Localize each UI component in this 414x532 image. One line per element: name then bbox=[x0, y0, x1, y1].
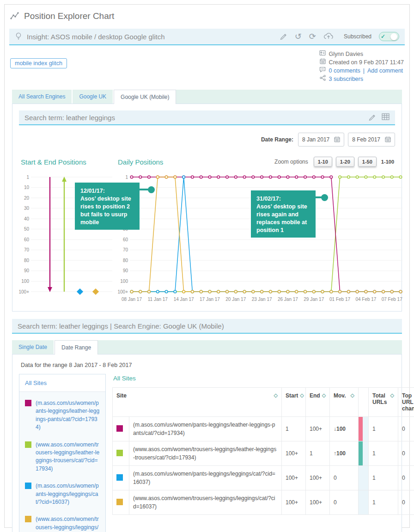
col-header-mov[interactable]: Mov.◇ bbox=[330, 388, 359, 417]
subscribed-label: Subscribed bbox=[344, 33, 371, 40]
annotation-connector-dot bbox=[148, 186, 155, 193]
zoom-options: Zoom options 1-10 1-20 1-50 1-100 bbox=[274, 157, 395, 167]
tab-all-search-engines[interactable]: All Search Engines bbox=[12, 90, 73, 104]
line-chart-icon bbox=[10, 12, 19, 21]
svg-text:01 Feb 17: 01 Feb 17 bbox=[329, 297, 350, 302]
sites-table-body: (m.asos.com/us/women/pants-leggings/leat… bbox=[113, 417, 414, 515]
sites-legend-title: All Sites bbox=[19, 374, 105, 392]
tab-google-uk-mobile[interactable]: Google UK (Mobile) bbox=[114, 90, 176, 104]
sort-icon[interactable]: ◇ bbox=[274, 392, 278, 399]
edit-pencil-icon[interactable] bbox=[280, 32, 287, 41]
toggle-knob bbox=[390, 33, 397, 40]
insight-tag[interactable]: mobile index glitch bbox=[10, 58, 67, 68]
data-panel: Data for the range 8 Jan 2017 - 8 Feb 20… bbox=[12, 354, 402, 532]
chart-titles-row: Start & End Positions Daily Positions Zo… bbox=[19, 157, 395, 167]
col-header-total-urls[interactable]: Total URLs◇ bbox=[369, 388, 398, 417]
chart-panel: Search term: leather leggings Date Range… bbox=[12, 104, 402, 312]
tab-google-uk[interactable]: Google UK bbox=[73, 90, 114, 104]
movement-bar-cell bbox=[359, 417, 369, 441]
series-color-swatch bbox=[116, 474, 123, 481]
table-view-icon[interactable] bbox=[382, 113, 390, 122]
cloud-upload-icon[interactable] bbox=[323, 32, 334, 41]
total-urls-cell: 1 bbox=[369, 466, 398, 490]
zoom-button-1-100[interactable]: 1-100 bbox=[380, 157, 395, 166]
tag-area: mobile index glitch bbox=[10, 50, 67, 83]
col-header-start[interactable]: Start◇ bbox=[282, 388, 306, 417]
legend-item[interactable]: (www.asos.com/women/trousers-leggings/le… bbox=[19, 511, 105, 532]
sort-icon[interactable]: ◇ bbox=[351, 392, 354, 399]
insight-title: Insight: ASOS mobile / desktop Google gl… bbox=[27, 33, 275, 41]
svg-text:23 Jan 17: 23 Jan 17 bbox=[252, 297, 272, 302]
zoom-options-label: Zoom options bbox=[274, 159, 308, 165]
calendar-icon[interactable] bbox=[334, 135, 340, 144]
movement-cell: 0 bbox=[330, 466, 359, 490]
zoom-button-1-50[interactable]: 1-50 bbox=[358, 157, 377, 167]
site-url: (www.asos.com/women/trousers-leggings/le… bbox=[36, 441, 100, 473]
meta-row: mobile index glitch Glynn Davies bbox=[5, 45, 409, 83]
legend-item[interactable]: (www.asos.com/women/trousers-leggings/le… bbox=[19, 436, 105, 478]
id-badge-icon bbox=[319, 50, 326, 58]
chart-annotation-1[interactable]: 12/01/17: Asos’ desktop site rises to po… bbox=[75, 183, 140, 230]
movement-cell: 0 bbox=[330, 490, 359, 515]
start-cell: 1 bbox=[282, 417, 306, 441]
charts-area: 1102030405060708090100100+ 1102030405060… bbox=[19, 171, 395, 309]
zoom-button-1-20[interactable]: 1-20 bbox=[336, 157, 354, 167]
calendar-icon[interactable] bbox=[385, 135, 391, 144]
legend-item[interactable]: (m.asos.com/us/women/pants-leggings/leat… bbox=[19, 395, 105, 436]
sites-table: Site◇Start◇End◇Mov.◇Total URLs◇Top URL c… bbox=[112, 387, 414, 515]
undo-icon[interactable]: ↺ bbox=[295, 32, 302, 41]
edit-pencil-icon[interactable] bbox=[368, 113, 376, 122]
movement-cell: ↓100 bbox=[330, 417, 359, 441]
refresh-icon[interactable]: ⟳ bbox=[309, 32, 316, 41]
comments-link[interactable]: 0 comments bbox=[329, 67, 360, 74]
svg-text:100: 100 bbox=[120, 279, 128, 284]
subscribed-toggle[interactable]: ✓ bbox=[379, 32, 399, 41]
svg-text:70: 70 bbox=[24, 247, 30, 252]
date-from-input[interactable]: 8 Jan 2017 bbox=[298, 133, 344, 147]
svg-text:90: 90 bbox=[123, 268, 128, 273]
col-header-site[interactable]: Site◇ bbox=[113, 388, 282, 417]
add-comment-link[interactable]: Add comment bbox=[367, 67, 403, 74]
movement-bar-cell bbox=[359, 466, 369, 490]
end-cell: 1 bbox=[306, 441, 330, 466]
insight-actions: ↺ ⟳ Subscribed ✓ bbox=[280, 32, 399, 41]
svg-text:17 Jan 17: 17 Jan 17 bbox=[200, 297, 220, 302]
series-color-swatch bbox=[116, 425, 123, 432]
svg-text:40: 40 bbox=[24, 216, 30, 221]
subscribers-link[interactable]: 3 subscribers bbox=[329, 75, 363, 83]
end-cell: 100+ bbox=[306, 466, 330, 490]
sort-icon[interactable]: ◇ bbox=[390, 392, 394, 405]
site-url-cell: (www.asos.com/women/trousers-leggings/le… bbox=[129, 490, 282, 515]
range-caption: Data for the range 8 Jan 2017 - 8 Feb 20… bbox=[19, 360, 395, 374]
site-url-cell: (m.asos.com/us/women/pants-leggings/legg… bbox=[129, 466, 282, 490]
share-icon bbox=[319, 75, 326, 83]
link-separator: | bbox=[363, 67, 365, 74]
movement-bar-cell bbox=[359, 490, 369, 515]
svg-text:08 Jan 17: 08 Jan 17 bbox=[122, 297, 142, 302]
legend-item[interactable]: (m.asos.com/us/women/pants-leggings/legg… bbox=[19, 477, 105, 511]
annotation-connector-line bbox=[140, 189, 149, 190]
end-cell: 100+ bbox=[306, 417, 330, 441]
svg-text:50: 50 bbox=[24, 226, 30, 232]
movement-bar-cell bbox=[359, 441, 369, 466]
col-header-end[interactable]: End◇ bbox=[306, 388, 330, 417]
svg-text:100: 100 bbox=[21, 279, 29, 284]
search-engine-tabs: All Search Engines Google UK Google UK (… bbox=[12, 90, 402, 104]
sort-icon[interactable]: ◇ bbox=[300, 392, 304, 399]
table-row: (m.asos.com/us/women/pants-leggings/leat… bbox=[113, 417, 414, 441]
tab-date-range[interactable]: Date Range bbox=[55, 340, 98, 355]
date-to-input[interactable]: 8 Feb 2017 bbox=[348, 133, 395, 147]
sort-icon[interactable]: ◇ bbox=[322, 392, 326, 399]
svg-text:10: 10 bbox=[24, 185, 30, 190]
movement-cell: ↑100 bbox=[330, 441, 359, 466]
col-header-top-url-changes[interactable]: Top URL changes◇ bbox=[398, 388, 414, 417]
svg-text:90: 90 bbox=[24, 268, 30, 273]
zoom-button-1-10[interactable]: 1-10 bbox=[314, 157, 332, 167]
svg-text:80: 80 bbox=[123, 258, 128, 263]
chart-annotation-2[interactable]: 31/02/17: Asos’ desktop site rises again… bbox=[251, 190, 316, 238]
svg-text:60: 60 bbox=[123, 237, 128, 242]
tab-single-date[interactable]: Single Date bbox=[12, 340, 55, 354]
top-url-changes-cell: 0 bbox=[398, 490, 414, 515]
svg-text:29 Jan 17: 29 Jan 17 bbox=[304, 297, 324, 302]
position-explorer-card: Position Explorer Chart Insight: ASOS mo… bbox=[4, 4, 410, 528]
